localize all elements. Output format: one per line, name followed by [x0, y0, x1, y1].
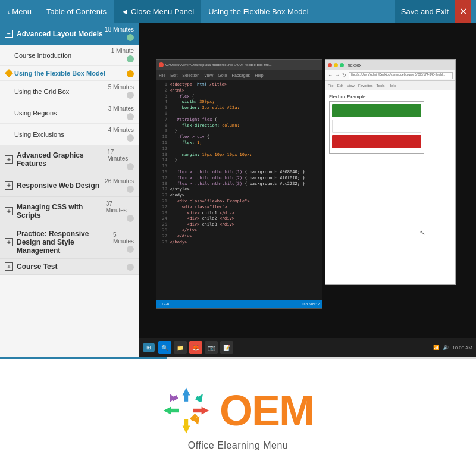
close-button[interactable]: ✕	[455, 0, 471, 23]
sidebar: − Advanced Layout Models 18 Minutes Cour…	[0, 23, 139, 357]
url-text: file:///c:/Users/Admin/Desktop/css-model…	[351, 73, 445, 76]
svg-rect-5	[193, 409, 202, 412]
expand-icon: +	[5, 262, 13, 271]
item-duration	[127, 69, 134, 77]
svg-marker-4	[202, 407, 209, 415]
taskbar-icon-3[interactable]: 🦊	[189, 341, 202, 354]
editor-statusbar: UTF-8 Tab Size: 2	[156, 300, 322, 308]
toc-label: Table of Contents	[46, 7, 107, 16]
status-indicator	[127, 186, 134, 193]
browser-menu-help: Help	[389, 84, 396, 87]
svg-rect-9	[184, 419, 188, 426]
duration-text: 5 Minutes	[108, 84, 134, 90]
duration-text: 4 Minutes	[108, 127, 134, 133]
toc-button[interactable]: Table of Contents	[39, 0, 114, 23]
sidebar-section-responsive[interactable]: + Responsive Web Design 26 Minutes	[0, 174, 139, 197]
browser-menu-favorites: Favorites	[358, 84, 373, 87]
expand-icon: +	[5, 181, 13, 190]
browser-menu-view: View	[347, 84, 355, 87]
sidebar-item-flexible-box[interactable]: Using the Flexible Box Model	[0, 66, 139, 81]
sidebar-section-css-scripts[interactable]: + Managing CSS with Scripts 37 Minutes	[0, 197, 139, 226]
section-title: Practice: Responsive Design and Style Ma…	[17, 230, 113, 255]
section-title: Managing CSS with Scripts	[17, 203, 106, 220]
top-navigation: ‹ Menu Table of Contents ◄ Close Menu Pa…	[0, 0, 476, 23]
duration-text: 1 Minute	[111, 48, 134, 54]
start-button[interactable]: ⊞	[143, 343, 155, 352]
taskbar-icon-5[interactable]: 📝	[220, 341, 233, 354]
section-header-advanced-layout[interactable]: − Advanced Layout Models 18 Minutes	[0, 23, 139, 45]
item-duration: 5 Minutes	[108, 84, 134, 99]
taskbar-icon-2[interactable]: 📁	[174, 341, 187, 354]
status-indicator	[127, 163, 134, 170]
status-circle	[127, 92, 134, 99]
section-duration: 18 Minutes	[105, 26, 134, 41]
browser-preview-window: flexbox ← → ↻ file:///c:/Users/Admin/Des…	[325, 59, 456, 285]
duration-text: 17 Minutes	[107, 149, 134, 162]
expand-icon: +	[5, 207, 13, 215]
sidebar-item-exclusions[interactable]: Using Exclusions 4 Minutes	[0, 124, 139, 145]
duration-text: 18 Minutes	[105, 26, 134, 33]
status-indicator	[127, 264, 134, 271]
close-icon: ✕	[459, 6, 467, 17]
branding-section: OEM Office Elearning Menu	[0, 359, 476, 476]
sidebar-section-course-test[interactable]: + Course Test	[0, 259, 139, 275]
status-indicator	[127, 246, 134, 253]
sidebar-item-course-intro[interactable]: Course Introduction 1 Minute	[0, 45, 139, 66]
menu-label: Menu	[12, 7, 32, 16]
browser-menu-bar: File Edit View Favorites Tools Help	[325, 81, 455, 90]
section-duration: 26 Minutes	[105, 178, 134, 193]
sidebar-section-practice[interactable]: + Practice: Responsive Design and Style …	[0, 226, 139, 259]
editor-menu-selection: Selection	[182, 73, 199, 77]
windows-taskbar: ⊞ 🔍 📁 🦊 📷 📝 📶 🔊 10:00 AM	[139, 338, 476, 357]
duration-text: 37 Minutes	[106, 201, 134, 214]
collapse-icon: −	[5, 30, 13, 38]
status-circle	[127, 70, 134, 77]
status-circle	[127, 134, 134, 142]
save-exit-button[interactable]: Save and Exit	[395, 0, 455, 23]
flex-child-3	[332, 135, 421, 148]
sidebar-section-1: − Advanced Layout Models 18 Minutes Cour…	[0, 23, 139, 145]
oem-tagline: Office Elearning Menu	[188, 440, 289, 451]
taskbar-icon-4[interactable]: 📷	[205, 341, 218, 354]
status-indicator	[127, 215, 134, 222]
wifi-icon: 📶	[433, 345, 439, 350]
sidebar-item-grid-box[interactable]: Using the Grid Box 5 Minutes	[0, 81, 139, 102]
browser-maximize-dot	[340, 63, 344, 67]
browser-tab-label: flexbox	[348, 63, 361, 67]
sidebar-item-regions[interactable]: Using Regions 3 Minutes	[0, 102, 139, 124]
oem-logo: OEM Office Elearning Menu	[162, 387, 314, 451]
oem-company-name: OEM	[220, 389, 314, 432]
lesson-title: Using the Flexible Box Model	[201, 7, 395, 16]
url-input-field[interactable]: file:///c:/Users/Admin/Desktop/css-model…	[349, 72, 453, 79]
close-menu-button[interactable]: ◄ Close Menu Panel	[114, 0, 201, 23]
back-icon: ←	[328, 73, 333, 78]
menu-button[interactable]: ‹ Menu	[5, 0, 39, 23]
duration-text: 26 Minutes	[105, 178, 134, 184]
time-display: 10:00 AM	[452, 345, 472, 350]
duration-text: 3 Minutes	[108, 105, 134, 112]
main-content: − Advanced Layout Models 18 Minutes Cour…	[0, 23, 476, 357]
code-editor-window: C:\Users\Admin\Desktop\css-model\course …	[156, 59, 322, 309]
editor-menu-edit: Edit	[170, 73, 177, 77]
taskbar-icons: 🔍 📁 🦊 📷 📝	[158, 341, 233, 354]
section-title: Course Test	[17, 262, 57, 271]
browser-menu-tools: Tools	[377, 84, 385, 87]
cursor-indicator: ↖	[419, 228, 425, 237]
editor-close-btn	[159, 62, 164, 67]
expand-icon: +	[5, 155, 13, 164]
svg-rect-11	[171, 409, 179, 412]
browser-menu-file: File	[328, 84, 334, 87]
section-duration: 37 Minutes	[106, 201, 134, 222]
browser-close-dot	[328, 63, 332, 67]
sidebar-section-graphics[interactable]: + Advanced Graphics Features 17 Minutes	[0, 145, 139, 174]
taskbar-icon-1[interactable]: 🔍	[158, 341, 171, 354]
svg-marker-10	[164, 407, 171, 415]
svg-marker-8	[183, 426, 190, 434]
browser-url-bar[interactable]: ← → ↻ file:///c:/Users/Admin/Desktop/css…	[325, 70, 455, 81]
close-panel-icon: ◄	[121, 7, 129, 16]
item-label: Using the Grid Box	[14, 88, 69, 95]
browser-minimize-dot	[334, 63, 338, 67]
item-duration: 4 Minutes	[108, 127, 134, 142]
diamond-icon	[5, 69, 13, 77]
item-label: Using the Flexible Box Model	[14, 70, 105, 77]
